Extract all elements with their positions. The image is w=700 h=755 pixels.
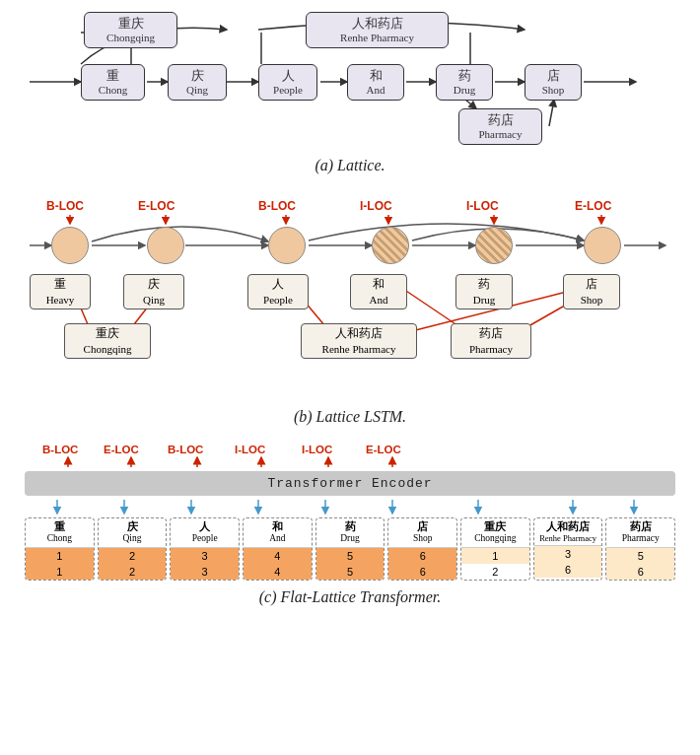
loc-i-loc-2: I-LOC [466, 199, 499, 213]
flt-cell-and: 和And 4 4 [243, 517, 313, 581]
lstm-word-drug: 药 Drug [455, 274, 513, 309]
node-ren: 人 People [258, 64, 317, 101]
node-dian: 店 Shop [525, 64, 582, 101]
flt-loc-i1: I-LOC [235, 444, 265, 455]
lstm-circle-4 [372, 227, 409, 264]
flt-cell-people: 人People 3 3 [170, 517, 240, 581]
loc-e-loc-2: E-LOC [575, 199, 611, 213]
loc-i-loc-1: I-LOC [360, 199, 392, 213]
section-c: B-LOC E-LOC B-LOC I-LOC I-LOC E-LOC Tran… [20, 444, 680, 690]
loc-e-loc-1: E-LOC [138, 199, 175, 213]
node-chong: 重 Chong [81, 64, 145, 101]
node-he: 和 And [347, 64, 404, 101]
flt-loc-e2: E-LOC [366, 444, 401, 455]
flt-cell-chongqing: 重庆Chongqing 1 2 [460, 517, 530, 581]
node-yao: 药 Drug [436, 64, 493, 101]
lstm-area: B-LOC E-LOC B-LOC I-LOC I-LOC E-LOC 重 He… [25, 197, 675, 404]
flt-loc-e1: E-LOC [104, 444, 139, 455]
section-c-label: (c) Flat-Lattice Transformer. [20, 588, 680, 606]
flt-loc-b2: B-LOC [168, 444, 203, 455]
svg-line-8 [549, 100, 554, 126]
flt-loc-b1: B-LOC [42, 444, 78, 455]
lattice-area: 重庆 Chongqing 人和药店 Renhe Pharmacy 重 Chong… [25, 10, 675, 153]
lstm-circle-3 [268, 227, 306, 264]
node-renhe-long: 人和药店 Renhe Pharmacy [306, 12, 449, 48]
lstm-circle-6 [584, 227, 621, 264]
flt-cell-shop: 店Shop 6 6 [387, 517, 457, 581]
lstm-circle-1 [51, 227, 89, 264]
lstm-word-chongqing: 重庆 Chongqing [64, 323, 151, 359]
flt-down-arrows [25, 500, 675, 517]
svg-line-7 [465, 100, 476, 108]
node-qing: 庆 Qing [168, 64, 227, 101]
flt-cell-qing: 庆Qing 2 2 [98, 517, 168, 581]
flt-loc-i2: I-LOC [302, 444, 332, 455]
flt-cell-renhe: 人和药店Renhe Pharmacy 3 6 [533, 517, 603, 581]
lstm-word-qing: 庆 Qing [123, 274, 184, 309]
section-b-label: (b) Lattice LSTM. [20, 408, 680, 426]
node-pharmacy: 药店 Pharmacy [458, 108, 542, 145]
lstm-word-shop: 店 Shop [563, 274, 620, 309]
lstm-word-renhe: 人和药店 Renhe Pharmacy [301, 323, 417, 359]
section-a: 重庆 Chongqing 人和药店 Renhe Pharmacy 重 Chong… [20, 10, 680, 192]
lstm-word-and: 和 And [350, 274, 407, 309]
loc-b-loc-2: B-LOC [258, 199, 296, 213]
flt-cell-chong: 重Chong 1 1 [25, 517, 95, 581]
flt-cell-drug: 药Drug 5 5 [315, 517, 385, 581]
flt-area: B-LOC E-LOC B-LOC I-LOC I-LOC E-LOC Tran… [25, 444, 675, 581]
lstm-word-pharmacy: 药店 Pharmacy [451, 323, 531, 359]
transformer-bar: Transformer Encoder [25, 471, 675, 496]
lstm-circle-2 [147, 227, 184, 264]
flt-cells-row: 重Chong 1 1 庆Qing 2 2 人People 3 3 [25, 517, 675, 581]
lstm-circle-5 [475, 227, 513, 264]
section-a-label: (a) Lattice. [20, 157, 680, 174]
section-b: B-LOC E-LOC B-LOC I-LOC I-LOC E-LOC 重 He… [20, 197, 680, 439]
loc-b-loc-1: B-LOC [46, 199, 84, 213]
node-chongqing-long: 重庆 Chongqing [84, 12, 177, 48]
lstm-word-heavy: 重 Heavy [30, 274, 91, 309]
flt-cell-pharmacy: 药店Pharmacy 5 6 [605, 517, 675, 581]
main-container: 重庆 Chongqing 人和药店 Renhe Pharmacy 重 Chong… [0, 0, 700, 755]
lstm-word-people: 人 People [247, 274, 309, 309]
